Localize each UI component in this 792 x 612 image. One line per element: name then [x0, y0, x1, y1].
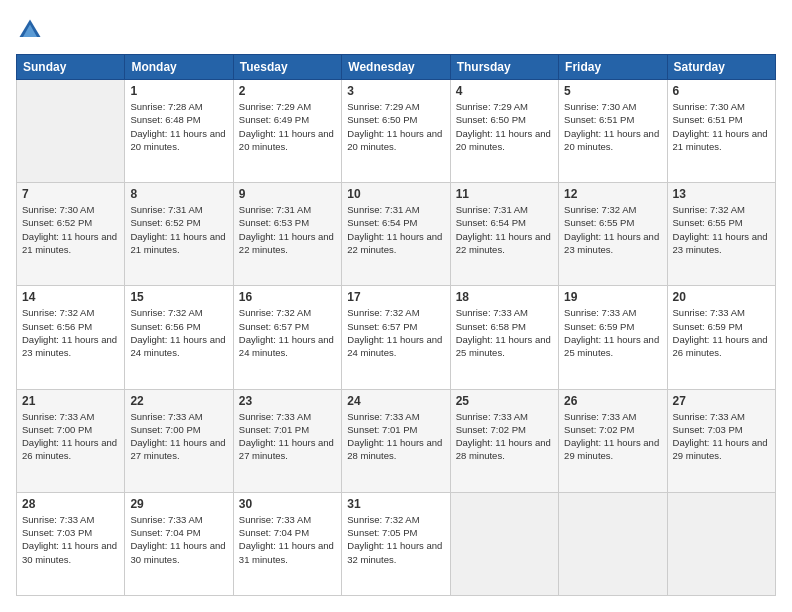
day-number: 30 — [239, 497, 336, 511]
sunrise: Sunrise: 7:30 AM — [673, 101, 745, 112]
calendar-cell: 22 Sunrise: 7:33 AM Sunset: 7:00 PM Dayl… — [125, 389, 233, 492]
day-number: 5 — [564, 84, 661, 98]
daylight: Daylight: 11 hours and 20 minutes. — [456, 128, 551, 152]
day-number: 7 — [22, 187, 119, 201]
day-number: 3 — [347, 84, 444, 98]
sunrise: Sunrise: 7:31 AM — [347, 204, 419, 215]
daylight: Daylight: 11 hours and 26 minutes. — [22, 437, 117, 461]
daylight: Daylight: 11 hours and 21 minutes. — [673, 128, 768, 152]
sunset: Sunset: 7:03 PM — [673, 424, 743, 435]
day-number: 2 — [239, 84, 336, 98]
sunset: Sunset: 6:57 PM — [239, 321, 309, 332]
sunset: Sunset: 6:48 PM — [130, 114, 200, 125]
day-info: Sunrise: 7:33 AM Sunset: 7:01 PM Dayligh… — [347, 410, 444, 463]
sunrise: Sunrise: 7:33 AM — [673, 411, 745, 422]
daylight: Daylight: 11 hours and 22 minutes. — [456, 231, 551, 255]
day-info: Sunrise: 7:32 AM Sunset: 6:56 PM Dayligh… — [22, 306, 119, 359]
day-number: 18 — [456, 290, 553, 304]
day-info: Sunrise: 7:31 AM Sunset: 6:54 PM Dayligh… — [347, 203, 444, 256]
calendar-cell: 14 Sunrise: 7:32 AM Sunset: 6:56 PM Dayl… — [17, 286, 125, 389]
daylight: Daylight: 11 hours and 29 minutes. — [673, 437, 768, 461]
sunrise: Sunrise: 7:33 AM — [564, 307, 636, 318]
sunrise: Sunrise: 7:33 AM — [456, 411, 528, 422]
calendar-cell: 2 Sunrise: 7:29 AM Sunset: 6:49 PM Dayli… — [233, 80, 341, 183]
sunset: Sunset: 6:51 PM — [673, 114, 743, 125]
daylight: Daylight: 11 hours and 30 minutes. — [22, 540, 117, 564]
calendar-cell: 12 Sunrise: 7:32 AM Sunset: 6:55 PM Dayl… — [559, 183, 667, 286]
sunset: Sunset: 6:55 PM — [564, 217, 634, 228]
calendar-week-row: 21 Sunrise: 7:33 AM Sunset: 7:00 PM Dayl… — [17, 389, 776, 492]
daylight: Daylight: 11 hours and 23 minutes. — [22, 334, 117, 358]
day-number: 20 — [673, 290, 770, 304]
day-number: 19 — [564, 290, 661, 304]
calendar-header-thursday: Thursday — [450, 55, 558, 80]
sunset: Sunset: 6:54 PM — [347, 217, 417, 228]
calendar-header-sunday: Sunday — [17, 55, 125, 80]
day-number: 12 — [564, 187, 661, 201]
day-number: 22 — [130, 394, 227, 408]
calendar-cell: 11 Sunrise: 7:31 AM Sunset: 6:54 PM Dayl… — [450, 183, 558, 286]
sunset: Sunset: 6:59 PM — [564, 321, 634, 332]
calendar-cell: 23 Sunrise: 7:33 AM Sunset: 7:01 PM Dayl… — [233, 389, 341, 492]
day-number: 23 — [239, 394, 336, 408]
calendar-table: SundayMondayTuesdayWednesdayThursdayFrid… — [16, 54, 776, 596]
calendar-header-tuesday: Tuesday — [233, 55, 341, 80]
calendar-cell: 1 Sunrise: 7:28 AM Sunset: 6:48 PM Dayli… — [125, 80, 233, 183]
page: SundayMondayTuesdayWednesdayThursdayFrid… — [0, 0, 792, 612]
day-number: 24 — [347, 394, 444, 408]
day-number: 9 — [239, 187, 336, 201]
day-number: 15 — [130, 290, 227, 304]
sunrise: Sunrise: 7:28 AM — [130, 101, 202, 112]
calendar-cell: 21 Sunrise: 7:33 AM Sunset: 7:00 PM Dayl… — [17, 389, 125, 492]
day-info: Sunrise: 7:33 AM Sunset: 7:03 PM Dayligh… — [673, 410, 770, 463]
calendar-cell: 18 Sunrise: 7:33 AM Sunset: 6:58 PM Dayl… — [450, 286, 558, 389]
sunrise: Sunrise: 7:32 AM — [673, 204, 745, 215]
sunrise: Sunrise: 7:33 AM — [130, 411, 202, 422]
day-number: 26 — [564, 394, 661, 408]
day-info: Sunrise: 7:33 AM Sunset: 6:59 PM Dayligh… — [564, 306, 661, 359]
calendar-cell: 7 Sunrise: 7:30 AM Sunset: 6:52 PM Dayli… — [17, 183, 125, 286]
sunset: Sunset: 6:55 PM — [673, 217, 743, 228]
day-info: Sunrise: 7:30 AM Sunset: 6:51 PM Dayligh… — [564, 100, 661, 153]
day-info: Sunrise: 7:33 AM Sunset: 7:02 PM Dayligh… — [456, 410, 553, 463]
day-number: 8 — [130, 187, 227, 201]
calendar-header-row: SundayMondayTuesdayWednesdayThursdayFrid… — [17, 55, 776, 80]
day-info: Sunrise: 7:29 AM Sunset: 6:49 PM Dayligh… — [239, 100, 336, 153]
day-number: 6 — [673, 84, 770, 98]
day-info: Sunrise: 7:33 AM Sunset: 7:00 PM Dayligh… — [130, 410, 227, 463]
day-info: Sunrise: 7:32 AM Sunset: 6:55 PM Dayligh… — [564, 203, 661, 256]
calendar-cell: 5 Sunrise: 7:30 AM Sunset: 6:51 PM Dayli… — [559, 80, 667, 183]
daylight: Daylight: 11 hours and 22 minutes. — [347, 231, 442, 255]
sunset: Sunset: 7:04 PM — [239, 527, 309, 538]
calendar-week-row: 7 Sunrise: 7:30 AM Sunset: 6:52 PM Dayli… — [17, 183, 776, 286]
daylight: Daylight: 11 hours and 27 minutes. — [239, 437, 334, 461]
day-number: 13 — [673, 187, 770, 201]
calendar-cell: 26 Sunrise: 7:33 AM Sunset: 7:02 PM Dayl… — [559, 389, 667, 492]
sunrise: Sunrise: 7:30 AM — [564, 101, 636, 112]
day-info: Sunrise: 7:33 AM Sunset: 6:58 PM Dayligh… — [456, 306, 553, 359]
day-info: Sunrise: 7:33 AM Sunset: 7:04 PM Dayligh… — [239, 513, 336, 566]
daylight: Daylight: 11 hours and 27 minutes. — [130, 437, 225, 461]
calendar-cell: 30 Sunrise: 7:33 AM Sunset: 7:04 PM Dayl… — [233, 492, 341, 595]
day-info: Sunrise: 7:32 AM Sunset: 7:05 PM Dayligh… — [347, 513, 444, 566]
calendar-cell: 19 Sunrise: 7:33 AM Sunset: 6:59 PM Dayl… — [559, 286, 667, 389]
daylight: Daylight: 11 hours and 21 minutes. — [130, 231, 225, 255]
day-number: 10 — [347, 187, 444, 201]
day-info: Sunrise: 7:32 AM Sunset: 6:55 PM Dayligh… — [673, 203, 770, 256]
sunrise: Sunrise: 7:33 AM — [130, 514, 202, 525]
daylight: Daylight: 11 hours and 26 minutes. — [673, 334, 768, 358]
sunset: Sunset: 6:53 PM — [239, 217, 309, 228]
calendar-cell — [559, 492, 667, 595]
calendar-cell: 27 Sunrise: 7:33 AM Sunset: 7:03 PM Dayl… — [667, 389, 775, 492]
calendar-cell: 20 Sunrise: 7:33 AM Sunset: 6:59 PM Dayl… — [667, 286, 775, 389]
sunset: Sunset: 7:04 PM — [130, 527, 200, 538]
daylight: Daylight: 11 hours and 28 minutes. — [347, 437, 442, 461]
sunset: Sunset: 7:01 PM — [239, 424, 309, 435]
sunset: Sunset: 6:59 PM — [673, 321, 743, 332]
day-number: 1 — [130, 84, 227, 98]
sunrise: Sunrise: 7:33 AM — [347, 411, 419, 422]
sunrise: Sunrise: 7:30 AM — [22, 204, 94, 215]
calendar-header-monday: Monday — [125, 55, 233, 80]
daylight: Daylight: 11 hours and 22 minutes. — [239, 231, 334, 255]
sunrise: Sunrise: 7:33 AM — [239, 411, 311, 422]
